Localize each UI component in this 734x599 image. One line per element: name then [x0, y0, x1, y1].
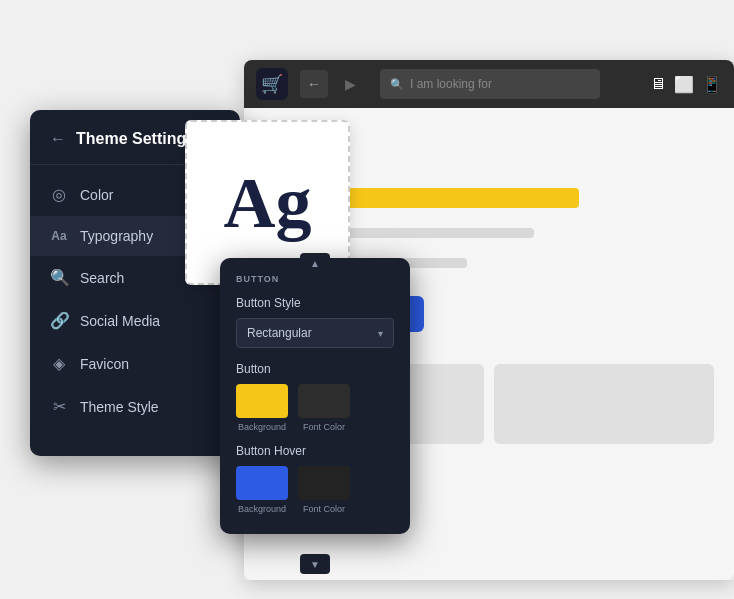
typography-label: Typography	[80, 228, 153, 244]
button-color-swatches: Background Font Color	[236, 384, 394, 432]
search-icon: 🔍	[50, 268, 68, 287]
hover-font-group: Font Color	[298, 466, 350, 514]
button-subsection-label: Button	[236, 362, 394, 376]
button-font-swatch[interactable]	[298, 384, 350, 418]
favicon-icon: ◈	[50, 354, 68, 373]
hover-bg-group: Background	[236, 466, 288, 514]
address-search-icon: 🔍	[390, 78, 404, 91]
button-hover-section: Button Hover Background Font Color	[236, 444, 394, 514]
theme-style-label: Theme Style	[80, 399, 159, 415]
button-style-label: Button Style	[236, 296, 394, 310]
button-style-select[interactable]: Rectangular ▾	[236, 318, 394, 348]
address-bar[interactable]: 🔍 I am looking for	[380, 69, 600, 99]
mobile-icon[interactable]: 📱	[702, 75, 722, 94]
hover-bg-swatch[interactable]	[236, 466, 288, 500]
favicon-label: Favicon	[80, 356, 129, 372]
back-icon: ←	[307, 76, 321, 92]
browser-back-button[interactable]: ←	[300, 70, 328, 98]
browser-toolbar: 🛒 ← ▶ 🔍 I am looking for 🖥 ⬜ 📱	[244, 60, 734, 108]
device-icons: 🖥 ⬜ 📱	[650, 75, 722, 94]
hover-font-label: Font Color	[303, 504, 345, 514]
button-bg-label: Background	[238, 422, 286, 432]
button-bg-group: Background	[236, 384, 288, 432]
sidebar-item-favicon[interactable]: ◈ Favicon	[30, 342, 240, 385]
browser-logo: 🛒	[256, 68, 288, 100]
color-icon: ◎	[50, 185, 68, 204]
button-section-title: BUTTON	[236, 274, 394, 284]
button-hover-label: Button Hover	[236, 444, 394, 458]
button-settings-panel: BUTTON Button Style Rectangular ▾ Button…	[220, 258, 410, 534]
sidebar-item-theme-style[interactable]: ✂ Theme Style	[30, 385, 240, 428]
typography-icon: Aa	[50, 229, 68, 243]
typography-ag-text: Ag	[224, 167, 312, 239]
desktop-icon[interactable]: 🖥	[650, 75, 666, 93]
panel-title: Theme Settings	[76, 130, 195, 148]
play-button[interactable]: ▶	[336, 70, 364, 98]
address-placeholder: I am looking for	[410, 77, 492, 91]
color-label: Color	[80, 187, 113, 203]
scroll-arrow-up[interactable]: ▲	[300, 253, 330, 273]
hover-color-swatches: Background Font Color	[236, 466, 394, 514]
sidebar-item-social[interactable]: 🔗 Social Media	[30, 299, 240, 342]
button-font-label: Font Color	[303, 422, 345, 432]
tablet-icon[interactable]: ⬜	[674, 75, 694, 94]
search-label: Search	[80, 270, 124, 286]
logo-icon: 🛒	[261, 73, 283, 95]
scroll-arrow-down[interactable]: ▼	[300, 554, 330, 574]
hover-bg-label: Background	[238, 504, 286, 514]
panel-back-icon[interactable]: ←	[50, 130, 66, 148]
social-label: Social Media	[80, 313, 160, 329]
social-icon: 🔗	[50, 311, 68, 330]
theme-style-icon: ✂	[50, 397, 68, 416]
button-font-group: Font Color	[298, 384, 350, 432]
play-icon: ▶	[345, 76, 356, 92]
hover-font-swatch[interactable]	[298, 466, 350, 500]
chevron-down-icon: ▾	[378, 328, 383, 339]
button-style-value: Rectangular	[247, 326, 312, 340]
content-box-2	[494, 364, 714, 444]
button-bg-swatch[interactable]	[236, 384, 288, 418]
